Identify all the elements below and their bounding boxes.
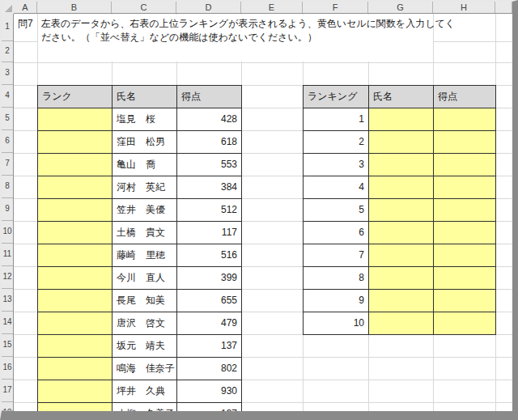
name-cell[interactable]: 亀山 喬 xyxy=(113,154,177,176)
score-cell[interactable]: 655 xyxy=(177,290,242,312)
left-header-score[interactable]: 得点 xyxy=(177,86,242,108)
left-header-name[interactable]: 氏名 xyxy=(113,86,177,108)
ranking-name-input-cell[interactable] xyxy=(369,131,434,154)
name-cell[interactable]: 小柳 久美子 xyxy=(113,403,177,411)
row-header-12[interactable]: 12 xyxy=(2,266,13,289)
rank-input-cell[interactable] xyxy=(38,222,113,244)
score-cell[interactable]: 512 xyxy=(177,199,242,222)
ranking-name-input-cell[interactable] xyxy=(369,267,434,290)
ranking-name-input-cell[interactable] xyxy=(369,108,434,131)
ranking-number-cell[interactable]: 2 xyxy=(304,131,369,154)
column-header-b[interactable]: B xyxy=(37,2,112,13)
ranking-number-cell[interactable]: 5 xyxy=(304,199,369,222)
row-header-4[interactable]: 4 xyxy=(2,85,13,108)
score-cell[interactable]: 930 xyxy=(177,380,242,403)
name-cell[interactable]: 笠井 美優 xyxy=(113,199,177,222)
rank-input-cell[interactable] xyxy=(38,154,113,176)
column-header-d[interactable]: D xyxy=(176,2,241,13)
name-cell[interactable]: 坪井 久典 xyxy=(113,380,177,403)
row-header-10[interactable]: 10 xyxy=(2,221,13,244)
ranking-number-cell[interactable]: 3 xyxy=(304,154,369,176)
ranking-name-input-cell[interactable] xyxy=(369,244,434,267)
name-cell[interactable]: 塩見 桜 xyxy=(113,108,177,131)
row-header-6[interactable]: 6 xyxy=(2,130,13,153)
row-header-2[interactable]: 2 xyxy=(2,41,13,62)
column-header-h[interactable]: H xyxy=(433,2,495,13)
rank-input-cell[interactable] xyxy=(38,176,113,199)
score-cell[interactable]: 516 xyxy=(177,244,242,267)
right-header-score[interactable]: 得点 xyxy=(434,86,496,108)
rank-input-cell[interactable] xyxy=(38,358,113,380)
row-header-7[interactable]: 7 xyxy=(2,153,13,176)
row-header-15[interactable]: 15 xyxy=(2,334,13,357)
ranking-score-input-cell[interactable] xyxy=(434,176,496,199)
row-header-8[interactable]: 8 xyxy=(2,176,13,198)
score-cell[interactable]: 618 xyxy=(177,131,242,154)
rank-input-cell[interactable] xyxy=(38,312,113,335)
ranking-number-cell[interactable]: 10 xyxy=(304,312,369,335)
ranking-name-input-cell[interactable] xyxy=(369,154,434,176)
rank-input-cell[interactable] xyxy=(38,244,113,267)
row-header-1[interactable]: 1 xyxy=(2,14,13,41)
row-header-11[interactable]: 11 xyxy=(2,244,13,266)
score-cell[interactable]: 137 xyxy=(177,403,242,411)
name-cell[interactable]: 土橋 貴文 xyxy=(113,222,177,244)
ranking-score-input-cell[interactable] xyxy=(434,312,496,335)
rank-input-cell[interactable] xyxy=(38,290,113,312)
column-header-a[interactable]: A xyxy=(14,2,37,13)
rank-input-cell[interactable] xyxy=(38,199,113,222)
ranking-name-input-cell[interactable] xyxy=(369,199,434,222)
ranking-score-input-cell[interactable] xyxy=(434,131,496,154)
rank-input-cell[interactable] xyxy=(38,380,113,403)
column-header-g[interactable]: G xyxy=(368,2,433,13)
name-cell[interactable]: 鳴海 佳奈子 xyxy=(113,358,177,380)
column-header-partial[interactable] xyxy=(495,2,512,13)
rank-input-cell[interactable] xyxy=(38,403,113,411)
right-header-ranking[interactable]: ランキング xyxy=(304,86,369,108)
score-cell[interactable]: 399 xyxy=(177,267,242,290)
ranking-score-input-cell[interactable] xyxy=(434,267,496,290)
row-header-9[interactable]: 9 xyxy=(2,198,13,221)
ranking-score-input-cell[interactable] xyxy=(434,154,496,176)
row-header-14[interactable]: 14 xyxy=(2,312,13,334)
name-cell[interactable]: 長尾 知美 xyxy=(113,290,177,312)
score-cell[interactable]: 553 xyxy=(177,154,242,176)
ranking-number-cell[interactable]: 6 xyxy=(304,222,369,244)
score-cell[interactable]: 428 xyxy=(177,108,242,131)
column-header-e[interactable]: E xyxy=(241,2,303,13)
ranking-number-cell[interactable]: 7 xyxy=(304,244,369,267)
row-header-17[interactable]: 17 xyxy=(2,380,13,402)
ranking-number-cell[interactable]: 1 xyxy=(304,108,369,131)
row-header-3[interactable]: 3 xyxy=(2,62,13,85)
ranking-score-input-cell[interactable] xyxy=(434,244,496,267)
ranking-name-input-cell[interactable] xyxy=(369,312,434,335)
column-header-f[interactable]: F xyxy=(303,2,368,13)
rank-input-cell[interactable] xyxy=(38,108,113,131)
ranking-score-input-cell[interactable] xyxy=(434,199,496,222)
column-header-c[interactable]: C xyxy=(112,2,176,13)
ranking-score-input-cell[interactable] xyxy=(434,290,496,312)
score-cell[interactable]: 117 xyxy=(177,222,242,244)
ranking-name-input-cell[interactable] xyxy=(369,222,434,244)
row-header-13[interactable]: 13 xyxy=(2,289,13,312)
name-cell[interactable]: 河村 英紀 xyxy=(113,176,177,199)
score-cell[interactable]: 384 xyxy=(177,176,242,199)
name-cell[interactable]: 唐沢 啓文 xyxy=(113,312,177,335)
rank-input-cell[interactable] xyxy=(38,267,113,290)
name-cell[interactable]: 坂元 靖夫 xyxy=(113,335,177,358)
score-cell[interactable]: 479 xyxy=(177,312,242,335)
score-cell[interactable]: 137 xyxy=(177,335,242,358)
rank-input-cell[interactable] xyxy=(38,335,113,358)
ranking-score-input-cell[interactable] xyxy=(434,222,496,244)
ranking-name-input-cell[interactable] xyxy=(369,176,434,199)
name-cell[interactable]: 窪田 松男 xyxy=(113,131,177,154)
ranking-number-cell[interactable]: 4 xyxy=(304,176,369,199)
ranking-number-cell[interactable]: 9 xyxy=(304,290,369,312)
ranking-name-input-cell[interactable] xyxy=(369,290,434,312)
row-header-16[interactable]: 16 xyxy=(2,357,13,380)
ranking-score-input-cell[interactable] xyxy=(434,108,496,131)
left-header-rank[interactable]: ランク xyxy=(38,86,113,108)
row-header-5[interactable]: 5 xyxy=(2,108,13,130)
score-cell[interactable]: 802 xyxy=(177,358,242,380)
name-cell[interactable]: 藤崎 里穂 xyxy=(113,244,177,267)
